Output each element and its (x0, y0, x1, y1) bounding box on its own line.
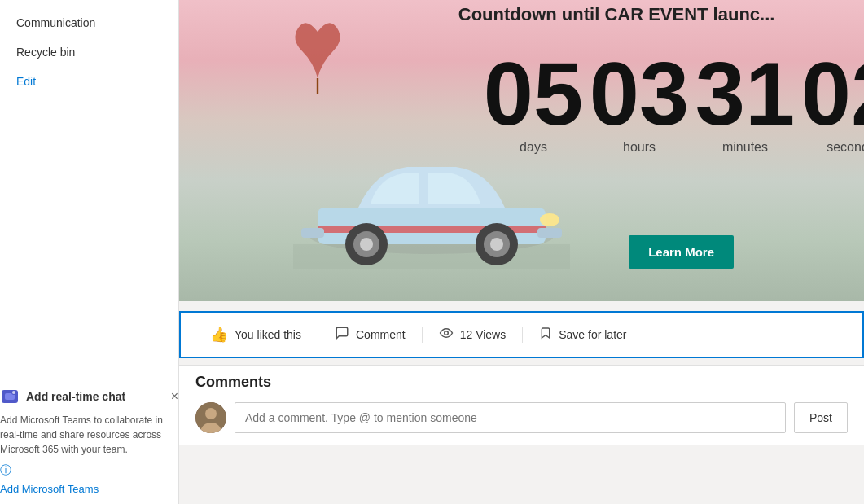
sidebar-edit-link[interactable]: Edit (0, 67, 178, 96)
post-button[interactable]: Post (794, 402, 848, 433)
separator-1 (318, 327, 318, 343)
svg-point-11 (360, 238, 373, 251)
sidebar-item-recycle-bin[interactable]: Recycle bin (0, 37, 178, 67)
countdown-seconds: 02 seconds (798, 49, 864, 155)
teams-close-button[interactable]: × (171, 390, 178, 403)
svg-point-18 (444, 331, 448, 335)
svg-point-15 (540, 213, 559, 226)
action-bar: 👍 You liked this Comment (179, 311, 864, 358)
views-action: 12 Views (426, 322, 520, 347)
countdown-hours: 03 hours (586, 49, 692, 155)
countdown-minutes: 31 minutes (692, 49, 798, 155)
avatar (195, 402, 226, 433)
countdown-title: Countdown until CAR EVENT launc... (458, 4, 775, 25)
teams-title-row: Add real-time chat (0, 387, 125, 406)
save-later-action[interactable]: Save for later (526, 322, 639, 347)
countdown-days: 05 days (480, 49, 586, 155)
balloon-decoration (277, 16, 358, 94)
teams-chat-body: Add Microsoft Teams to collaborate in re… (0, 413, 178, 457)
svg-rect-16 (537, 228, 562, 238)
comment-input-row: Post (179, 399, 864, 436)
svg-rect-17 (301, 228, 324, 238)
like-action[interactable]: 👍 You liked this (197, 322, 314, 347)
sidebar-item-communication[interactable]: Communication (0, 8, 178, 37)
svg-point-14 (490, 238, 503, 251)
comments-title: Comments (179, 365, 864, 399)
teams-chat-header: Add real-time chat × (0, 387, 178, 406)
comments-section: Comments Post (179, 365, 864, 445)
countdown-numbers: 05 days 03 hours 31 minutes 02 seconds (480, 49, 864, 155)
comment-icon (335, 326, 349, 344)
learn-more-button[interactable]: Learn More (629, 235, 734, 269)
left-sidebar: Communication Recycle bin Edit Add real-… (0, 0, 179, 504)
teams-info-icon[interactable]: ⓘ (0, 463, 178, 478)
comment-input[interactable] (235, 402, 786, 433)
hero-banner: Countdown until CAR EVENT launc... 05 da… (179, 0, 864, 301)
comment-action[interactable]: Comment (322, 322, 419, 347)
teams-chat-panel: Add real-time chat × Add Microsoft Teams… (0, 387, 178, 496)
svg-point-3 (12, 391, 15, 394)
separator-2 (422, 327, 423, 343)
action-bar-wrapper: 👍 You liked this Comment (179, 301, 864, 365)
main-content: Countdown until CAR EVENT launc... 05 da… (179, 0, 864, 504)
teams-icon (0, 387, 20, 406)
svg-point-20 (205, 408, 217, 419)
thumbs-up-icon: 👍 (210, 326, 228, 344)
teams-chat-title: Add real-time chat (26, 390, 125, 403)
views-icon (439, 326, 454, 344)
separator-3 (522, 327, 523, 343)
teams-add-link[interactable]: Add Microsoft Teams (0, 483, 99, 495)
bookmark-icon (539, 326, 552, 344)
